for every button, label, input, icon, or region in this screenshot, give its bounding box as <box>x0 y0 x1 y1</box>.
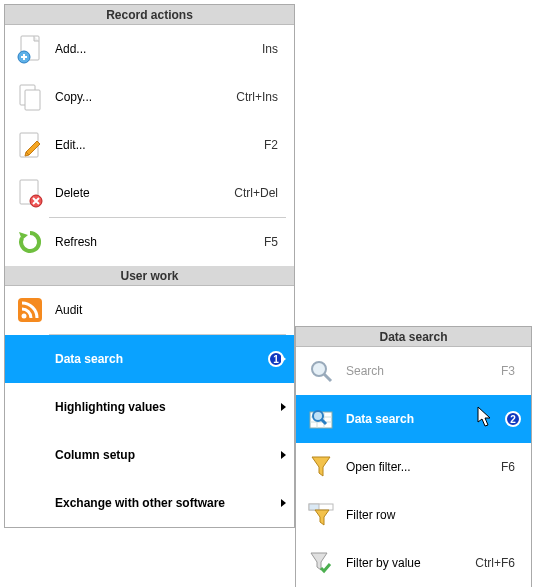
menu-item-refresh[interactable]: Refresh F5 <box>5 218 294 266</box>
submenu-item-filter-row[interactable]: Filter row <box>296 491 531 539</box>
svg-rect-13 <box>309 504 319 510</box>
svg-point-9 <box>312 362 326 376</box>
menu-item-column-setup[interactable]: Column setup <box>5 431 294 479</box>
menu-label: Highlighting values <box>49 400 284 414</box>
menu-shortcut: F5 <box>264 235 284 249</box>
menu-label: Data search <box>340 412 499 426</box>
table-search-icon <box>302 406 340 432</box>
rss-icon <box>11 297 49 323</box>
menu-shortcut: F6 <box>501 460 521 474</box>
menu-item-exchange[interactable]: Exchange with other software <box>5 479 294 527</box>
svg-rect-3 <box>25 90 40 110</box>
chevron-right-icon <box>281 403 286 411</box>
section-record-actions: Record actions <box>5 5 294 25</box>
menu-label: Exchange with other software <box>49 496 284 510</box>
section-user-work: User work <box>5 266 294 286</box>
search-icon <box>302 358 340 384</box>
chevron-right-icon <box>281 499 286 507</box>
chevron-right-icon <box>281 451 286 459</box>
menu-shortcut: Ins <box>262 42 284 56</box>
menu-item-highlighting[interactable]: Highlighting values <box>5 383 294 431</box>
menu-label: Audit <box>49 303 284 317</box>
submenu-item-filter-by-value[interactable]: Filter by value Ctrl+F6 <box>296 539 531 587</box>
menu-item-copy[interactable]: Copy... Ctrl+Ins <box>5 73 294 121</box>
submenu-item-open-filter[interactable]: Open filter... F6 <box>296 443 531 491</box>
menu-shortcut: F2 <box>264 138 284 152</box>
refresh-icon <box>11 229 49 255</box>
menu-shortcut: Ctrl+F6 <box>475 556 521 570</box>
add-icon <box>11 34 49 64</box>
funnel-row-icon <box>302 502 340 528</box>
chevron-right-icon <box>281 355 286 363</box>
menu-item-add[interactable]: Add... Ins <box>5 25 294 73</box>
menu-label: Data search <box>49 352 262 366</box>
menu-label: Column setup <box>49 448 284 462</box>
menu-shortcut: F3 <box>501 364 521 378</box>
svg-rect-7 <box>18 298 42 322</box>
menu-label: Open filter... <box>340 460 501 474</box>
menu-shortcut: Ctrl+Del <box>234 186 284 200</box>
menu-label: Add... <box>49 42 262 56</box>
submenu-header: Data search <box>296 327 531 347</box>
delete-icon <box>11 178 49 208</box>
menu-label: Search <box>340 364 501 378</box>
submenu-data-search: Data search Search F3 Data search 2 <box>295 326 532 587</box>
menu-item-delete[interactable]: Delete Ctrl+Del <box>5 169 294 217</box>
callout-badge-2: 2 <box>505 411 521 427</box>
submenu-item-search[interactable]: Search F3 <box>296 347 531 395</box>
menu-item-data-search[interactable]: Data search 1 <box>5 335 294 383</box>
funnel-check-icon <box>302 550 340 576</box>
menu-item-edit[interactable]: Edit... F2 <box>5 121 294 169</box>
submenu-item-data-search[interactable]: Data search 2 <box>296 395 531 443</box>
menu-label: Refresh <box>49 235 264 249</box>
menu-label: Edit... <box>49 138 264 152</box>
menu-label: Filter by value <box>340 556 475 570</box>
menu-label: Delete <box>49 186 234 200</box>
funnel-icon <box>302 454 340 480</box>
main-menu-panel: Record actions Add... Ins Copy... Ctrl+I… <box>4 4 295 528</box>
copy-icon <box>11 82 49 112</box>
menu-label: Filter row <box>340 508 521 522</box>
menu-item-audit[interactable]: Audit <box>5 286 294 334</box>
menu-label: Copy... <box>49 90 236 104</box>
edit-icon <box>11 130 49 160</box>
menu-shortcut: Ctrl+Ins <box>236 90 284 104</box>
svg-point-8 <box>22 314 27 319</box>
